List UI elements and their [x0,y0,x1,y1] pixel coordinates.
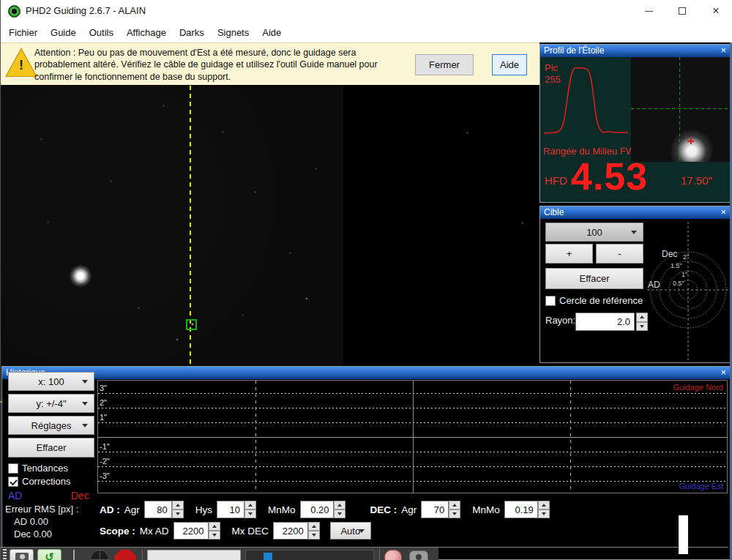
guide-icon[interactable] [90,550,109,560]
window-titlebar: PHD2 Guiding 2.6.7 - ALAIN × [1,0,732,22]
chevron-down-icon [82,402,88,406]
history-caption[interactable]: Historique × [2,367,730,379]
ad-axis-label: AD [648,280,660,290]
history-panel: Historique × x: 100 y: +/-4" Réglages Ef… [1,366,731,560]
toolbar-grip[interactable] [3,549,7,559]
history-xscale-dropdown[interactable]: x: 100 [8,372,94,391]
guiding-history-graph: 3" 2" 1" -1" -2" -3" Guidage Nord Guidag… [97,380,728,493]
max-dec-duration-spinner[interactable] [308,522,320,540]
ra-hysteresis-spinner[interactable] [244,501,256,518]
field-star[interactable] [289,252,291,254]
svg-text:1": 1" [681,271,687,278]
target-caption[interactable]: Cible × [540,206,730,219]
dec-minmove-input[interactable]: 0.19 [504,501,538,518]
maximize-icon [679,7,686,15]
menu-darks[interactable]: Darks [173,23,211,42]
svg-text:2": 2" [683,253,689,261]
peak-value: 255 [545,74,561,85]
field-star[interactable] [138,307,140,309]
field-star[interactable] [191,323,194,326]
ra-aggression-input[interactable]: 80 [144,501,172,518]
minimize-button[interactable] [632,0,665,22]
star-select-icon[interactable] [73,550,75,560]
svg-text:0.5": 0.5" [673,280,684,287]
guide-image-area[interactable] [1,85,539,366]
loop-exposures-icon: ↺ [45,550,54,560]
history-clear-button[interactable]: Effacer [8,438,94,458]
field-star[interactable] [40,138,42,141]
gamma-slider-handle[interactable] [264,553,272,560]
max-ra-duration-input[interactable]: 2200 [173,522,209,540]
maximize-button[interactable] [665,0,699,22]
history-settings-dropdown[interactable]: Réglages [8,416,94,435]
hfd-arcsec-value: 17.50" [681,174,712,187]
dec-axis-label: Dec [662,249,677,259]
camera-setup-icon[interactable] [409,550,428,560]
loop-exposures-button[interactable]: ↺ [37,549,61,560]
bright-star[interactable] [70,265,92,287]
menu-bar: Fichier Guide Outils Affichage Darks Sig… [1,22,732,42]
ra-minmove-input[interactable]: 0.20 [300,501,334,518]
camera-icon [15,553,29,560]
dec-aggression-input[interactable]: 70 [421,501,449,518]
rms-ra-value: AD 0.00 [14,516,48,527]
star-profile-panel: Profil de l'Étoile × Pic 255 Rangée du M… [539,44,731,203]
alert-close-button[interactable]: Fermer [415,54,474,75]
field-star[interactable] [176,338,179,341]
corrections-row: Corrections [8,476,70,487]
max-dec-duration-input[interactable]: 2200 [273,522,308,540]
east-guiding-legend: Guidage Est [679,482,723,490]
gamma-slider[interactable] [245,550,374,560]
alert-banner: ! Attention : Peu ou pas de mouvement d'… [1,42,539,85]
menu-aide[interactable]: Aide [255,23,288,42]
main-toolbar: ↺ [1,548,438,560]
history-yscale-dropdown[interactable]: y: +/-4" [8,394,94,413]
target-panel: Cible × 100 + - Effacer Cercle de référe… [539,206,731,363]
field-star[interactable] [47,221,49,223]
trends-row: Tendances [8,463,68,474]
corrections-checkbox[interactable] [8,477,18,487]
field-star[interactable] [110,180,112,182]
field-star[interactable] [521,222,523,224]
rms-error-label: Erreur RMS [px] : [5,504,78,515]
ra-minmove-spinner[interactable] [334,501,346,518]
star-profile-caption[interactable]: Profil de l'Étoile × [540,45,730,57]
alert-help-button[interactable]: Aide [492,54,527,75]
ra-hysteresis-input[interactable]: 10 [217,501,244,518]
exposure-select[interactable] [147,550,241,560]
svg-text:1.5": 1.5" [671,262,682,269]
menu-signets[interactable]: Signets [211,23,255,42]
camera-frame[interactable] [1,85,343,366]
dec-guide-mode-dropdown[interactable]: Auto [330,522,371,540]
star-zoom-image [631,57,730,162]
trends-checkbox[interactable] [8,463,18,474]
brain-icon[interactable] [384,550,402,560]
stop-icon[interactable] [114,550,136,560]
field-star[interactable] [163,105,165,107]
max-ra-duration-spinner[interactable] [209,522,220,540]
dec-aggression-spinner[interactable] [449,501,460,518]
rms-dec-value: Dec 0.00 [14,529,52,540]
field-star[interactable] [254,191,256,193]
field-star[interactable] [466,132,468,134]
target-close-icon[interactable]: × [720,206,726,218]
menu-affichage[interactable]: Affichage [120,23,173,42]
hfd-label: HFD : [545,174,573,187]
field-star[interactable] [242,314,244,316]
connect-camera-button[interactable] [10,549,34,560]
ra-aggression-spinner[interactable] [172,501,184,518]
ra-params-row: AD : Agr 80 Hys 10 MnMo 0.20 DEC : Agr 7… [100,501,550,518]
close-button[interactable]: × [699,0,732,22]
minimize-icon [645,11,653,12]
star-profile-close-icon[interactable]: × [720,45,726,56]
menu-guide[interactable]: Guide [44,23,83,42]
lock-crosshair-vertical [679,57,680,162]
dec-minmove-spinner[interactable] [538,501,550,518]
field-star[interactable] [315,168,317,170]
menu-fichier[interactable]: Fichier [2,23,44,42]
dec-series-label: Dec [71,490,89,501]
field-star[interactable] [305,297,308,300]
field-star[interactable] [222,131,224,133]
history-close-icon[interactable]: × [720,367,726,378]
menu-outils[interactable]: Outils [83,23,120,42]
